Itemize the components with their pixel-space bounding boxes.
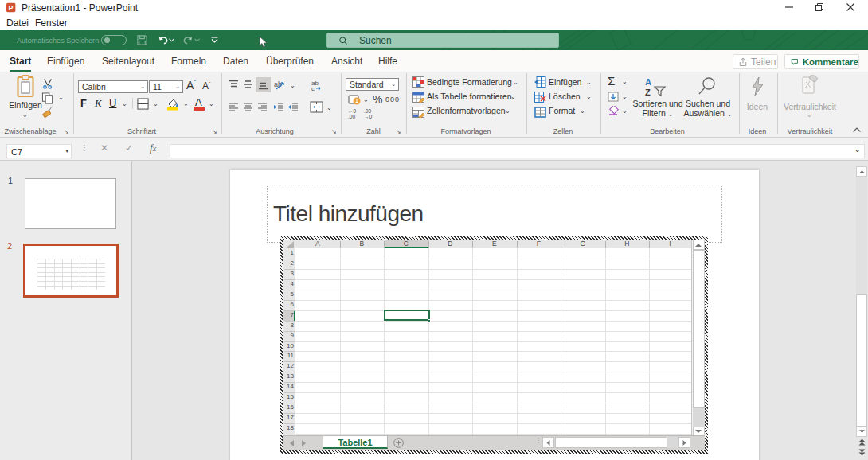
svg-text:→0: →0 (364, 114, 373, 119)
svg-text:.00: .00 (348, 114, 355, 119)
svg-text:←0: ←0 (348, 108, 357, 114)
svg-text:A: A (645, 77, 651, 87)
svg-text:P: P (8, 4, 13, 12)
svg-text:.00: .00 (364, 108, 371, 114)
svg-text:Z: Z (645, 88, 651, 97)
svg-text:c: c (311, 85, 315, 92)
